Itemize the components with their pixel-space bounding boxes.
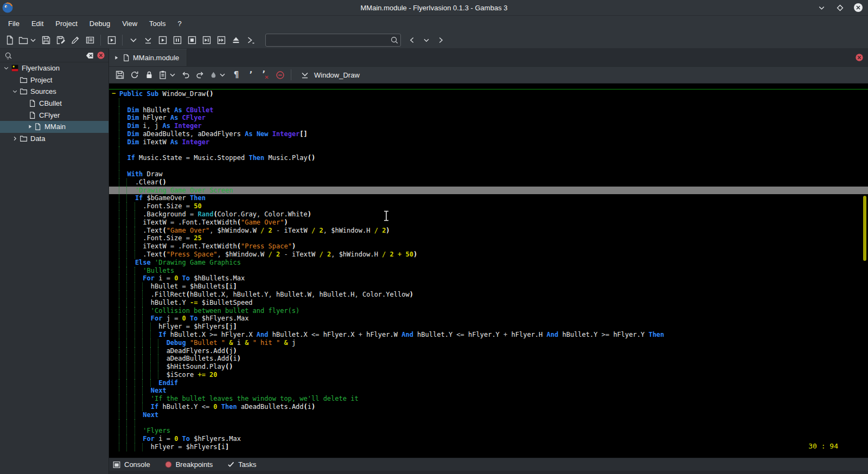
code-line[interactable]: Public Sub Window_Draw() bbox=[109, 90, 868, 98]
code-line[interactable]: Dim hFlyer As CFlyer bbox=[109, 114, 868, 122]
bottom-tab-breakpoints[interactable]: Breakpoints bbox=[164, 460, 213, 469]
properties-button[interactable] bbox=[82, 33, 97, 47]
finish-button[interactable] bbox=[228, 33, 243, 47]
code-line-highlighted[interactable]: 'Drawing Game Over Screen bbox=[109, 187, 868, 195]
code-editor[interactable]: − Public Sub Window_Draw()Dim hBullet As… bbox=[109, 84, 868, 458]
close-button[interactable] bbox=[853, 2, 864, 13]
reload-button[interactable] bbox=[127, 68, 142, 82]
non-printable-button[interactable]: ¶ bbox=[229, 68, 244, 82]
code-pane[interactable]: Public Sub Window_Draw()Dim hBullet As C… bbox=[109, 90, 868, 451]
code-line[interactable]: Dim hBullet As CBullet bbox=[109, 106, 868, 114]
bottom-tab-console[interactable]: Console bbox=[112, 460, 150, 469]
pause-button[interactable] bbox=[170, 33, 184, 47]
close-sidebar-button[interactable] bbox=[95, 48, 106, 62]
code-line[interactable]: .Text("Press Space", $hWindow.W / 2 - iT… bbox=[109, 251, 868, 259]
go-forward-button[interactable] bbox=[435, 33, 446, 47]
new-project-button[interactable] bbox=[2, 33, 17, 47]
code-line[interactable]: Else 'Drawing Game Graphics bbox=[109, 259, 868, 267]
menu-edit[interactable]: Edit bbox=[25, 16, 49, 31]
code-line[interactable]: 'Flyers bbox=[109, 427, 868, 435]
maximize-button[interactable] bbox=[834, 2, 845, 13]
minimize-button[interactable] bbox=[816, 2, 827, 13]
code-line[interactable]: 'Bullets bbox=[109, 267, 868, 275]
indent-button[interactable] bbox=[207, 68, 229, 82]
code-line[interactable]: Dim aDeadBullets, aDeadFlyers As New Int… bbox=[109, 130, 868, 138]
code-line[interactable]: $hHitSound.Play() bbox=[109, 363, 868, 371]
code-line[interactable] bbox=[109, 419, 868, 427]
code-line[interactable]: iTextW = .Font.TextWidth("Game Over") bbox=[109, 219, 868, 227]
save-button[interactable] bbox=[39, 33, 53, 47]
code-line[interactable]: Next bbox=[109, 411, 868, 419]
code-line[interactable]: For i = 0 To $hBullets.Max bbox=[109, 274, 868, 283]
code-line[interactable] bbox=[109, 98, 868, 106]
comment-button[interactable]: ’ bbox=[244, 68, 258, 82]
menu-view[interactable]: View bbox=[116, 16, 143, 31]
save-button[interactable] bbox=[112, 68, 127, 82]
code-line[interactable]: Next bbox=[109, 387, 868, 395]
sidebar-search-icon[interactable] bbox=[2, 48, 14, 62]
code-line[interactable]: .FillRect(hBullet.X, hBullet.Y, hBullet.… bbox=[109, 291, 868, 299]
code-line[interactable]: .Background = Rand(Color.Gray, Color.Whi… bbox=[109, 210, 868, 219]
forward-button[interactable] bbox=[214, 33, 228, 47]
code-line[interactable]: For j = 0 To $hFlyers.Max bbox=[109, 315, 868, 323]
code-line[interactable]: .Text("Game Over", $hWindow.W / 2 - iTex… bbox=[109, 227, 868, 235]
run-with-button[interactable] bbox=[104, 33, 119, 47]
lock-button[interactable] bbox=[142, 68, 156, 82]
procedure-selector[interactable]: Window_Draw bbox=[295, 70, 360, 80]
code-line[interactable]: 'If the bullet leaves the window top, we… bbox=[109, 395, 868, 403]
sidebar-item-cflyer[interactable]: CFlyer bbox=[0, 109, 108, 121]
code-line[interactable]: .Font.Size = 50 bbox=[109, 202, 868, 210]
code-line[interactable]: .Clear() bbox=[109, 178, 868, 187]
close-tab-button[interactable] bbox=[855, 53, 864, 62]
code-line[interactable]: Dim iTextW As Integer bbox=[109, 138, 868, 146]
save-all-button[interactable] bbox=[53, 33, 68, 47]
undo-button[interactable] bbox=[178, 68, 193, 82]
menu-project[interactable]: Project bbox=[49, 16, 83, 31]
redo-button[interactable] bbox=[193, 68, 207, 82]
menu-tools[interactable]: Tools bbox=[143, 16, 171, 31]
search-input[interactable] bbox=[266, 36, 388, 44]
chevron-down-icon[interactable] bbox=[11, 88, 19, 95]
stop-button[interactable] bbox=[184, 33, 199, 47]
code-line[interactable]: iTextW = .Font.TextWidth("Press Space") bbox=[109, 242, 868, 251]
open-project-button[interactable] bbox=[17, 33, 39, 47]
code-line[interactable]: hFlyer = $hFlyers[i] bbox=[109, 443, 868, 451]
code-line[interactable]: With Draw bbox=[109, 170, 868, 178]
chevron-down-icon[interactable] bbox=[2, 65, 10, 72]
sidebar-item-cbullet[interactable]: CBullet bbox=[0, 98, 108, 110]
code-line[interactable]: hFlyer = $hFlyers[j] bbox=[109, 323, 868, 331]
clear-filter-button[interactable] bbox=[84, 48, 95, 62]
uncomment-button[interactable]: ’✕ bbox=[258, 68, 273, 82]
code-line[interactable] bbox=[109, 162, 868, 170]
sidebar-item-mmain[interactable]: MMain bbox=[0, 121, 108, 133]
edit-button[interactable] bbox=[68, 33, 82, 47]
code-line[interactable]: If hBullet.Y <= 0 Then aDeadBullets.Add(… bbox=[109, 403, 868, 411]
code-line[interactable]: aDeadBullets.Add(i) bbox=[109, 355, 868, 363]
step-button[interactable] bbox=[199, 33, 214, 47]
code-line[interactable]: For i = 0 To $hFlyers.Max bbox=[109, 435, 868, 443]
sidebar-item-project[interactable]: Project bbox=[0, 74, 108, 86]
sidebar-item-data[interactable]: Data bbox=[0, 133, 108, 145]
code-line[interactable]: Endif bbox=[109, 379, 868, 387]
toggle-breakpoint-button[interactable] bbox=[273, 68, 288, 82]
paste-special-button[interactable] bbox=[156, 68, 178, 82]
menu-file[interactable]: File bbox=[2, 16, 25, 31]
code-line[interactable]: $iScore += 20 bbox=[109, 371, 868, 379]
go-down-button[interactable] bbox=[420, 33, 432, 47]
code-line[interactable]: hBullet = $hBullets[i] bbox=[109, 283, 868, 291]
menu-debug[interactable]: Debug bbox=[84, 16, 116, 31]
compile-all-button[interactable] bbox=[141, 33, 155, 47]
compile-button[interactable] bbox=[126, 33, 141, 47]
titlebar[interactable]: MMain.module - FlyerIvasion 0.1.3 - Gamb… bbox=[0, 0, 868, 16]
code-line[interactable]: If hBullet.X >= hFlyer.X And hBullet.X <… bbox=[109, 331, 868, 339]
bottom-tab-tasks[interactable]: Tasks bbox=[227, 460, 256, 469]
code-line[interactable]: aDeadFlyers.Add(j) bbox=[109, 347, 868, 355]
use-terminal-button[interactable] bbox=[243, 33, 258, 47]
code-line[interactable]: .Font.Size = 25 bbox=[109, 234, 868, 242]
run-button[interactable] bbox=[155, 33, 170, 47]
editor-scrollbar[interactable] bbox=[863, 196, 866, 261]
code-line[interactable]: Dim i, j As Integer bbox=[109, 122, 868, 130]
code-line[interactable]: If $bGameOver Then bbox=[109, 194, 868, 202]
chevron-right-icon[interactable] bbox=[11, 135, 19, 142]
sidebar-item-flyerivasion[interactable]: FlyerIvasion bbox=[0, 62, 108, 74]
